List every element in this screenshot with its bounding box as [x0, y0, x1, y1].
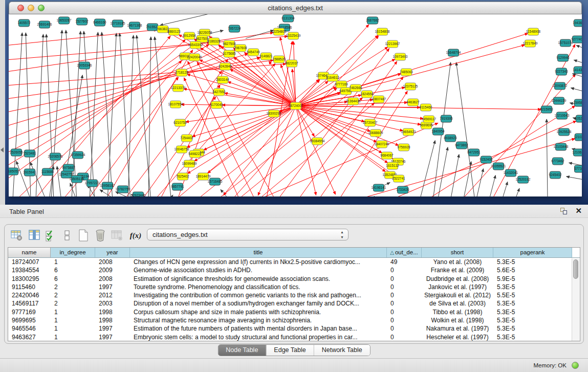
graph-node[interactable]: 9684067	[380, 152, 394, 159]
graph-node[interactable]: 9152406	[480, 156, 493, 163]
graph-node[interactable]: 8472951	[467, 149, 481, 156]
scrollbar-thumb[interactable]	[573, 259, 578, 279]
graph-node[interactable]: 3175685	[223, 50, 236, 57]
graph-node[interactable]: 12217849	[523, 40, 538, 47]
graph-node[interactable]: 1588520	[272, 56, 286, 63]
graph-node[interactable]: 20691406	[37, 21, 52, 28]
graph-node[interactable]: 1210634	[572, 149, 582, 156]
graph-node[interactable]: 9756928	[397, 144, 410, 151]
graph-node[interactable]: 12923446	[131, 192, 146, 196]
graph-node[interactable]: 22420046	[187, 54, 202, 61]
table-selector-dropdown[interactable]: citations_edges.txt ▲▼	[147, 229, 349, 240]
graph-node[interactable]: 9245402	[549, 171, 562, 179]
graph-node[interactable]: 18407249	[375, 141, 389, 148]
graph-node[interactable]: 9115460	[420, 104, 432, 111]
graph-node[interactable]: 1527602	[75, 18, 89, 25]
column-header-in-degree[interactable]: in_degree	[51, 248, 95, 257]
graph-node[interactable]: 9227343	[555, 68, 568, 75]
table-row[interactable]: 2242004622012Investigating the contribut…	[8, 291, 580, 299]
graph-node[interactable]: 18107554	[168, 101, 183, 108]
graph-node[interactable]: 20206576	[48, 153, 63, 160]
graph-node[interactable]: 6473867	[455, 142, 468, 149]
graph-node[interactable]: 10925528	[557, 128, 572, 136]
graph-node[interactable]: 12213967	[385, 40, 400, 48]
graph-node[interactable]: 8860123	[167, 28, 181, 35]
graph-node[interactable]: 12093872	[553, 82, 568, 90]
graph-node[interactable]: 10719185	[111, 20, 125, 27]
graph-node[interactable]: 12444159	[552, 97, 567, 104]
graph-node[interactable]: 9277404	[571, 36, 582, 43]
table-row[interactable]: 1830029562008Estimation of significance …	[8, 275, 580, 283]
graph-node[interactable]: 14671368	[127, 22, 142, 29]
graph-node[interactable]: 5498222	[188, 150, 202, 158]
graph-node[interactable]: 1414351	[573, 67, 582, 74]
table-mode-icon[interactable]	[10, 228, 24, 243]
column-header-year[interactable]: year	[95, 248, 130, 257]
graph-node[interactable]: 9777169	[335, 81, 348, 88]
graph-node[interactable]: 10653287	[57, 17, 72, 24]
graph-node[interactable]: 4170049	[210, 101, 223, 108]
graph-node[interactable]: 1595884	[573, 99, 582, 106]
graph-node[interactable]: 8186328	[207, 38, 221, 45]
graph-node[interactable]: 8131304	[281, 15, 295, 22]
column-header-out-de-[interactable]: △out_de...	[387, 248, 422, 257]
graph-node[interactable]: 11548908	[526, 28, 541, 35]
delete-column-icon[interactable]	[93, 228, 107, 243]
new-column-icon[interactable]	[76, 228, 91, 243]
graph-node[interactable]: 7462666	[349, 84, 362, 92]
graph-node[interactable]: 8454749	[247, 49, 260, 56]
graph-node[interactable]: 2687682	[366, 17, 379, 24]
graph-node[interactable]: 2803144	[216, 76, 229, 83]
graph-node[interactable]: 6773462	[551, 158, 564, 165]
graph-node[interactable]: 1824554	[360, 91, 374, 98]
vertical-scrollbar[interactable]	[572, 258, 579, 341]
graph-node[interactable]: 1733426	[396, 186, 409, 193]
graph-node[interactable]: 2967608	[234, 45, 247, 52]
graph-node[interactable]: 18300295	[267, 110, 281, 117]
graph-node[interactable]: 2522741	[392, 175, 405, 182]
table-row[interactable]: 946362711997Embryonic stem cells: a mode…	[8, 333, 580, 341]
graph-node[interactable]: 6466160	[93, 19, 106, 26]
network-canvas[interactable]: 1405572206914061065328715276026466160107…	[9, 14, 582, 196]
graph-node[interactable]: 17359924	[71, 151, 85, 159]
graph-node[interactable]: 16648794	[446, 49, 461, 56]
graph-node[interactable]: 3915941	[23, 169, 36, 176]
memory-ok-indicator-icon[interactable]	[572, 362, 579, 369]
graph-node[interactable]: 9215953	[540, 106, 553, 113]
table-row[interactable]: 1938455462009Genome-wide association stu…	[8, 266, 580, 274]
column-header-name[interactable]: name	[8, 248, 51, 257]
graph-node[interactable]: 16543392	[188, 41, 203, 49]
graph-node[interactable]: 16782759	[116, 186, 130, 193]
graph-node[interactable]: 12103448	[554, 143, 569, 150]
table-row[interactable]: 911546021997Tourette syndrome. Phenomeno…	[8, 283, 580, 291]
graph-node[interactable]: 7625402	[176, 173, 189, 180]
graph-node[interactable]: 13505135	[70, 176, 84, 183]
graph-node[interactable]: 8164612	[326, 74, 339, 81]
graph-node[interactable]: 8912954	[183, 32, 196, 39]
graph-node[interactable]: 9129946	[556, 54, 570, 61]
graph-node[interactable]: 10210643	[555, 112, 570, 119]
graph-node[interactable]: 1405572	[17, 19, 31, 27]
table-row[interactable]: 969969511998Structural magnetic resonanc…	[8, 316, 580, 324]
graph-node[interactable]: 10807487	[372, 96, 386, 103]
graph-node[interactable]: 1840954	[431, 128, 445, 135]
column-header-pagerank[interactable]: pagerank	[493, 248, 572, 257]
graph-node[interactable]: 9857791	[171, 183, 184, 190]
collapse-panel-arrow-icon[interactable]	[1, 147, 4, 152]
graph-node[interactable]: 1115686	[41, 168, 54, 176]
graph-node[interactable]: 10688609	[368, 129, 383, 137]
graph-node[interactable]: 8938923	[444, 135, 457, 142]
select-all-icon[interactable]	[43, 228, 58, 243]
unselect-rows-icon[interactable]	[60, 228, 74, 243]
graph-node[interactable]: 11432041	[504, 169, 518, 177]
graph-node[interactable]: 14196141	[372, 184, 386, 191]
graph-node[interactable]: 9463627	[406, 99, 420, 106]
graph-node[interactable]: 1052957	[575, 115, 582, 122]
graph-node[interactable]: 7919395	[440, 115, 453, 122]
memory-status-label[interactable]: Memory: OK	[533, 362, 567, 368]
graph-node[interactable]: 18914479	[196, 173, 211, 180]
graph-node[interactable]: 12254803	[272, 28, 287, 35]
show-columns-icon[interactable]	[27, 228, 41, 243]
graph-node[interactable]: 12520192	[516, 176, 531, 183]
graph-node[interactable]: 9822037	[285, 60, 298, 67]
